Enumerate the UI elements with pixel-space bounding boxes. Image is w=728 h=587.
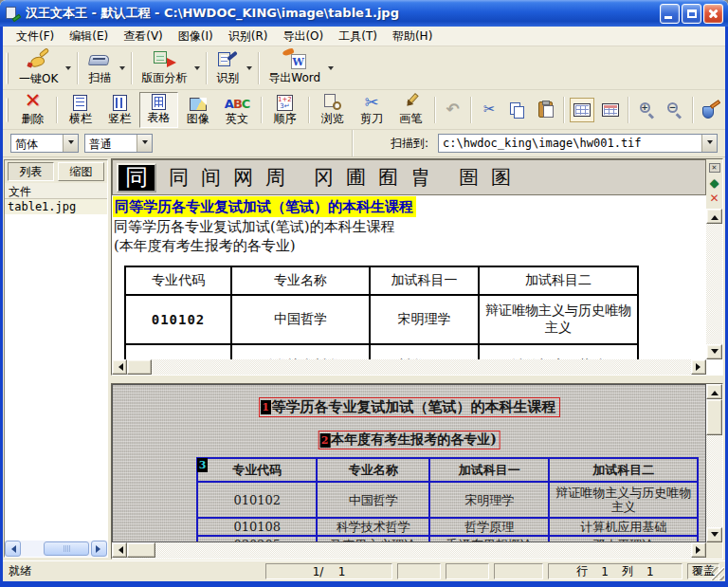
- swap-button[interactable]: ✕: [709, 161, 720, 174]
- menu-help[interactable]: 帮助(H): [385, 27, 440, 46]
- candidate-item[interactable]: 圄: [459, 168, 479, 188]
- cancel-button[interactable]: ✕: [709, 192, 719, 205]
- ocr-col-header[interactable]: 专业名称: [231, 266, 370, 295]
- preview-region-2[interactable]: 2 本年度有考生报考的各专业): [318, 431, 500, 449]
- preview-v-scrollbar[interactable]: [706, 384, 722, 542]
- minimize-button[interactable]: [660, 4, 680, 24]
- pane-splitter[interactable]: [111, 376, 723, 383]
- undo-button[interactable]: ↶: [441, 98, 465, 122]
- scroll-right-button[interactable]: [691, 359, 706, 375]
- scroll-left-button[interactable]: [112, 542, 127, 558]
- scroll-right-button[interactable]: [691, 542, 706, 558]
- one-key-ok-button[interactable]: 一键OK: [13, 48, 64, 88]
- scroll-left-button[interactable]: [5, 541, 21, 557]
- candidate-item[interactable]: 间: [201, 168, 221, 188]
- ocr-cell[interactable]: 宋明理学: [370, 295, 479, 344]
- scroll-thumb[interactable]: [44, 541, 89, 556]
- scan-to-dropdown-arrow[interactable]: [701, 135, 717, 152]
- cut-button[interactable]: ✂: [477, 98, 501, 122]
- scroll-down-button[interactable]: [706, 527, 722, 542]
- ocr-cell[interactable]: 辩证唯物主义与历史唯物主义: [479, 295, 638, 344]
- menu-view[interactable]: 查看(V): [116, 27, 171, 46]
- candidate-item[interactable]: 胄: [410, 168, 430, 188]
- table-view-button[interactable]: [570, 98, 594, 122]
- ocr-cell[interactable]: 010102: [125, 295, 231, 344]
- candidate-item[interactable]: 网: [233, 168, 253, 188]
- horizontal-column-button[interactable]: 横栏: [61, 92, 100, 128]
- delete-region-button[interactable]: ✕ 删除: [13, 92, 52, 128]
- export-word-dropdown[interactable]: [326, 49, 336, 87]
- ocr-highlight-line[interactable]: 同等学历各专业复试加试（笔试）的本科生课程: [113, 196, 416, 217]
- table-region-button[interactable]: 表格: [139, 92, 178, 128]
- preview-region-1[interactable]: 1 等学历各专业复试加试（笔试）的本科生课程: [259, 397, 560, 417]
- confirm-button[interactable]: ◆: [710, 176, 719, 190]
- ocr-text-area[interactable]: 同等学历各专业复试加试（笔试）的本科生课程 同等学历各专业复试加试(笔试)的本科…: [112, 195, 706, 361]
- scroll-up-button[interactable]: [706, 209, 722, 224]
- menu-tools[interactable]: 工具(T): [331, 27, 385, 46]
- toolbar-grip[interactable]: [6, 52, 9, 84]
- ocr-col-header[interactable]: 加试科目一: [370, 266, 479, 295]
- file-panel-h-scrollbar[interactable]: [5, 541, 107, 557]
- charset-dropdown-arrow[interactable]: [63, 135, 78, 152]
- scroll-thumb[interactable]: [127, 359, 152, 375]
- menu-export[interactable]: 导出(O): [275, 27, 331, 46]
- layout-analysis-dropdown[interactable]: [192, 49, 202, 87]
- settings-button[interactable]: [699, 98, 723, 122]
- candidate-item[interactable]: 周: [265, 168, 285, 188]
- scan-to-combobox[interactable]: c:\hwdoc_king\image\hw001.tif: [438, 134, 718, 153]
- paste-button[interactable]: [534, 98, 558, 122]
- preview-table-region[interactable]: 专业代码 专业名称 加试科目一 加试科目二 010102 中国哲学 宋明理学 辩…: [196, 457, 699, 542]
- recognize-dropdown[interactable]: [245, 49, 254, 87]
- mode-dropdown-arrow[interactable]: [136, 135, 152, 152]
- scissors-button[interactable]: ✂ 剪刀: [352, 92, 391, 128]
- mode-select[interactable]: 普通: [84, 134, 153, 153]
- toolbar-grip[interactable]: [6, 98, 9, 122]
- candidate-item[interactable]: 圃: [346, 168, 366, 188]
- close-button[interactable]: [703, 4, 723, 24]
- file-list-item[interactable]: table1.jpg: [5, 199, 107, 214]
- candidate-item[interactable]: 囿: [378, 168, 398, 188]
- maximize-button[interactable]: [682, 4, 701, 24]
- ocr-cell[interactable]: 中国哲学: [231, 295, 370, 344]
- scroll-thumb[interactable]: [706, 399, 722, 435]
- menu-recognize[interactable]: 识别(R): [221, 27, 276, 46]
- candidate-selected[interactable]: 同: [117, 163, 156, 193]
- ocr-col-header[interactable]: 加试科目二: [479, 266, 638, 295]
- pen-button[interactable]: 画笔: [391, 92, 430, 128]
- title-bar[interactable]: 汉王文本王 - 默认工程 - C:\HWDOC_KING\image\table…: [0, 0, 728, 27]
- copy-button[interactable]: [505, 98, 530, 122]
- english-button[interactable]: ABC 英文: [217, 92, 256, 128]
- menu-file[interactable]: 文件(F): [9, 27, 62, 46]
- scan-dropdown[interactable]: [118, 49, 127, 87]
- table-split-view-button[interactable]: [598, 98, 623, 122]
- zoom-in-button[interactable]: +: [634, 98, 659, 122]
- one-key-ok-dropdown[interactable]: [64, 49, 73, 87]
- ocr-line[interactable]: 同等学历各专业复试加试(笔试)的本科生课程: [112, 217, 706, 236]
- vertical-column-button[interactable]: 竖栏: [100, 92, 139, 128]
- layout-analysis-button[interactable]: 版面分析: [136, 48, 192, 88]
- ocr-line[interactable]: (本年度有考生报考的各专业): [112, 236, 706, 255]
- scroll-up-button[interactable]: [706, 384, 722, 399]
- tab-thumbnail[interactable]: 缩图: [58, 162, 104, 181]
- scroll-down-button[interactable]: [706, 344, 722, 359]
- resize-grip[interactable]: [711, 567, 724, 580]
- scan-button[interactable]: 扫描: [82, 48, 118, 88]
- candidate-item[interactable]: 同: [169, 168, 189, 188]
- order-button[interactable]: 1+23↵ 顺序: [265, 92, 304, 128]
- ocr-h-scrollbar[interactable]: [112, 359, 706, 375]
- browse-button[interactable]: 浏览: [313, 92, 352, 128]
- export-word-button[interactable]: W 导出Word: [263, 48, 326, 88]
- ocr-col-header[interactable]: 专业代码: [125, 266, 231, 295]
- recognize-button[interactable]: 识别: [210, 48, 245, 88]
- ocr-v-scrollbar[interactable]: [706, 209, 722, 359]
- scroll-right-button[interactable]: [91, 541, 107, 557]
- scanned-image[interactable]: 1 等学历各专业复试加试（笔试）的本科生课程 2 本年度有考生报考的各专业) 3…: [112, 384, 706, 542]
- menu-image[interactable]: 图像(I): [171, 27, 221, 46]
- tab-list[interactable]: 列表: [8, 162, 54, 181]
- candidate-item[interactable]: 冈: [314, 168, 334, 188]
- image-region-button[interactable]: 图像: [178, 92, 217, 128]
- scroll-left-button[interactable]: [112, 359, 127, 375]
- zoom-out-button[interactable]: −: [663, 98, 687, 122]
- charset-select[interactable]: 简体: [10, 134, 79, 153]
- preview-h-scrollbar[interactable]: [112, 542, 706, 559]
